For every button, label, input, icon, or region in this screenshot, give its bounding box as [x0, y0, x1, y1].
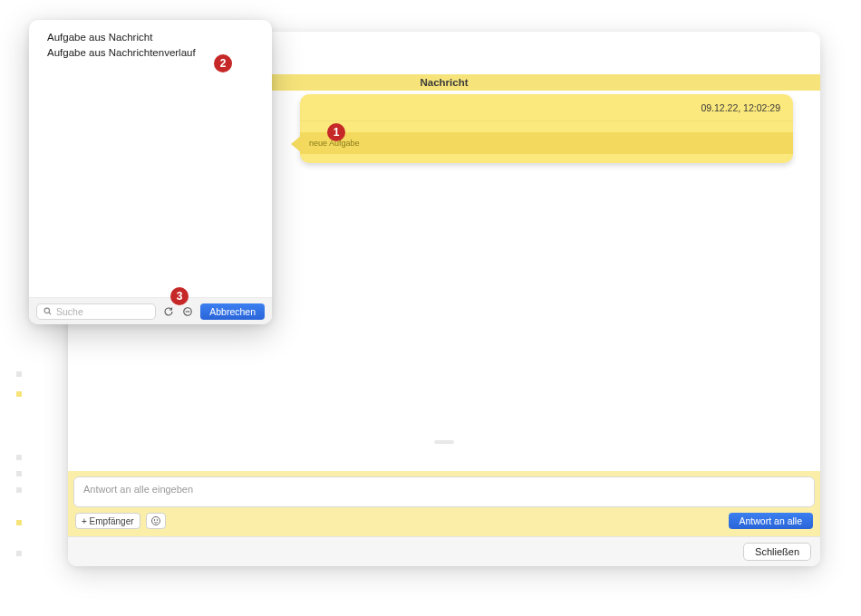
- message-bubble-header: 09.12.22, 12:02:29: [300, 94, 793, 121]
- reply-all-label: Antwort an alle: [740, 515, 802, 526]
- close-button-label: Schließen: [755, 546, 799, 557]
- search-icon: [43, 306, 53, 316]
- popover-item-label: Aufgabe aus Nachrichtenverlauf: [47, 47, 196, 58]
- svg-point-3: [44, 308, 50, 313]
- add-recipients-button[interactable]: + Empfänger: [75, 513, 140, 529]
- background-sliver: [16, 371, 22, 377]
- add-recipients-label: + Empfänger: [82, 516, 134, 526]
- message-header-title: Nachricht: [420, 77, 468, 88]
- compose-area: Antwort an alle eingeben + Empfänger: [68, 471, 820, 536]
- callout-badge-2: 2: [214, 54, 232, 72]
- svg-line-4: [49, 313, 51, 314]
- background-sliver: [16, 391, 22, 397]
- popover-list: Aufgabe aus Nachricht Aufgabe aus Nachri…: [29, 20, 272, 297]
- search-field[interactable]: [36, 303, 156, 320]
- message-bubble[interactable]: 09.12.22, 12:02:29 neue Aufgabe 1: [300, 94, 793, 163]
- svg-point-0: [151, 517, 160, 525]
- cancel-button[interactable]: Abbrechen: [200, 303, 265, 320]
- resize-handle-icon[interactable]: [434, 440, 454, 444]
- popover-footer: 3 Abbrechen: [29, 297, 272, 324]
- compose-input[interactable]: Antwort an alle eingeben: [73, 476, 815, 507]
- background-sliver: [16, 520, 22, 525]
- message-timestamp: 09.12.22, 12:02:29: [701, 102, 780, 113]
- search-input[interactable]: [56, 306, 150, 317]
- emoji-picker-button[interactable]: [146, 513, 166, 529]
- popover-item-task-from-message[interactable]: Aufgabe aus Nachricht: [47, 30, 254, 45]
- background-sliver: [16, 551, 22, 556]
- window-footer: Schließen: [68, 536, 820, 566]
- close-button[interactable]: Schließen: [743, 543, 811, 561]
- background-sliver: [16, 471, 22, 476]
- background-sliver: [16, 455, 22, 460]
- cancel-button-label: Abbrechen: [209, 306, 256, 317]
- task-source-popover: Aufgabe aus Nachricht Aufgabe aus Nachri…: [29, 20, 272, 324]
- svg-point-1: [154, 520, 155, 521]
- message-task-strip[interactable]: neue Aufgabe 1: [300, 132, 793, 154]
- refresh-icon[interactable]: [162, 305, 175, 318]
- compose-toolbar: + Empfänger Antwort an alle: [73, 513, 815, 531]
- svg-point-2: [157, 520, 158, 521]
- remove-icon[interactable]: [181, 305, 194, 318]
- popover-item-label: Aufgabe aus Nachricht: [47, 32, 152, 43]
- callout-badge-3: 3: [170, 287, 189, 305]
- callout-badge-1: 1: [327, 123, 345, 141]
- background-sliver: [16, 487, 22, 493]
- reply-all-button[interactable]: Antwort an alle: [729, 513, 813, 529]
